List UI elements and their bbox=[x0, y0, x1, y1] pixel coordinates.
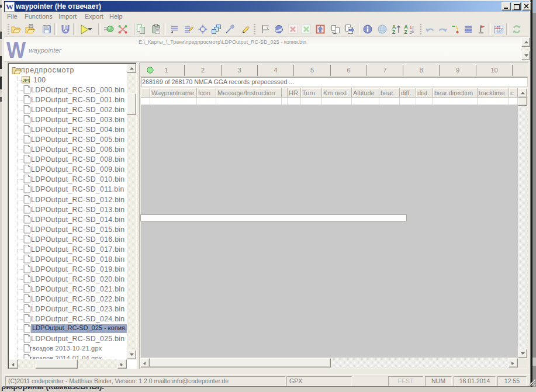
svg-text:Z: Z bbox=[404, 29, 407, 35]
svg-text:JPG: JPG bbox=[23, 78, 30, 82]
svg-text:2: 2 bbox=[410, 30, 413, 35]
svg-text:Z: Z bbox=[392, 29, 395, 35]
svg-text:123: 123 bbox=[495, 26, 500, 29]
